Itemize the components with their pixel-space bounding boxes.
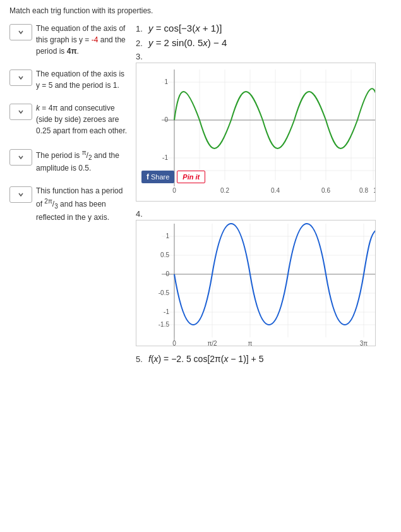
- svg-text:0.8: 0.8: [359, 187, 368, 194]
- equation-2: 2. y = 2 sin(0. 5x) − 4: [136, 37, 392, 48]
- svg-text:-1: -1: [162, 154, 168, 161]
- svg-text:1: 1: [165, 233, 169, 239]
- svg-text:π: π: [248, 340, 253, 346]
- chevron-down-icon: [18, 191, 24, 198]
- chevron-down-icon: [18, 75, 24, 81]
- graph-4-svg: 1 0.5 0 -0.5 -1 -1.5 0 π/2 π 3π: [136, 221, 376, 346]
- graph-section-3: 1 0 -1 0 0.2 0.4 0.6 0.8 1: [136, 63, 392, 202]
- right-column: 1. y = cos[−3(x + 1)] 2. y = 2 sin(0. 5x…: [136, 23, 392, 368]
- svg-text:1: 1: [373, 187, 376, 194]
- svg-text:1: 1: [164, 78, 168, 85]
- svg-text:-0.5: -0.5: [159, 289, 170, 296]
- item-text-5: This function has a period of 2π/3 and h…: [36, 185, 129, 222]
- svg-text:3π: 3π: [360, 340, 368, 346]
- graph-section-4: 1 0.5 0 -0.5 -1 -1.5 0 π/2 π 3π: [136, 220, 392, 346]
- match-item-2: The equation of the axis is y = 5 and th…: [9, 68, 129, 91]
- main-layout: The equation of the axis of this graph i…: [9, 23, 392, 368]
- match-item-4: The period is π/2 and the amplitude is 0…: [9, 148, 129, 174]
- svg-text:0.6: 0.6: [321, 187, 330, 194]
- instruction: Match each trig function with its proper…: [9, 6, 392, 15]
- item-text-1: The equation of the axis of this graph i…: [36, 23, 129, 57]
- dropdown-5[interactable]: [9, 186, 32, 203]
- fb-icon: f: [147, 172, 149, 181]
- eq-num-2: 2.: [136, 39, 146, 48]
- item-text-2: The equation of the axis is y = 5 and th…: [36, 68, 129, 91]
- facebook-share-button[interactable]: f Share: [141, 171, 174, 183]
- chevron-down-icon: [18, 109, 24, 115]
- graph-4-container: 1 0.5 0 -0.5 -1 -1.5 0 π/2 π 3π: [136, 220, 376, 346]
- eq-formula-5: f(x) = −2. 5 cos[2π(x − 1)] + 5: [148, 354, 263, 364]
- equation-1: 1. y = cos[−3(x + 1)]: [136, 23, 392, 33]
- svg-text:0.2: 0.2: [220, 187, 229, 194]
- graph-3-label: 3.: [136, 52, 392, 61]
- eq-formula-2: y = 2 sin(0. 5x) − 4: [148, 37, 227, 48]
- pin-label: Pin it: [183, 173, 200, 181]
- dropdown-2[interactable]: [9, 70, 32, 86]
- chevron-down-icon: [18, 154, 24, 160]
- graph-4-label: 4.: [136, 209, 392, 219]
- match-item-3: k = 4π and consecutive (side by side) ze…: [9, 102, 129, 136]
- eq-num-5: 5.: [136, 354, 146, 364]
- dropdown-3[interactable]: [9, 104, 32, 120]
- svg-text:π/2: π/2: [207, 340, 217, 346]
- eq-formula-1: y = cos[−3(x + 1)]: [148, 23, 222, 33]
- dropdown-1[interactable]: [9, 24, 32, 40]
- item-text-4: The period is π/2 and the amplitude is 0…: [36, 148, 129, 174]
- pinterest-pin-button[interactable]: Pin it: [177, 171, 205, 183]
- item-text-3: k = 4π and consecutive (side by side) ze…: [36, 102, 129, 136]
- dropdown-4[interactable]: [9, 149, 32, 166]
- svg-text:0: 0: [172, 340, 176, 346]
- chevron-down-icon: [18, 29, 24, 35]
- svg-text:0: 0: [164, 116, 168, 123]
- social-overlay: f Share Pin it: [141, 171, 205, 183]
- match-item-5: This function has a period of 2π/3 and h…: [9, 185, 129, 222]
- match-item-1: The equation of the axis of this graph i…: [9, 23, 129, 57]
- graph-3-container: 1 0 -1 0 0.2 0.4 0.6 0.8 1: [136, 63, 376, 202]
- svg-text:0.4: 0.4: [271, 187, 280, 194]
- eq-num-1: 1.: [136, 24, 146, 33]
- left-column: The equation of the axis of this graph i…: [9, 23, 129, 368]
- svg-text:-1: -1: [164, 308, 169, 315]
- svg-text:0.5: 0.5: [160, 251, 169, 258]
- equation-5: 5. f(x) = −2. 5 cos[2π(x − 1)] + 5: [136, 354, 392, 364]
- svg-text:-1.5: -1.5: [159, 321, 170, 328]
- svg-text:0: 0: [165, 270, 169, 277]
- share-label: Share: [151, 173, 169, 181]
- svg-text:0: 0: [172, 187, 176, 194]
